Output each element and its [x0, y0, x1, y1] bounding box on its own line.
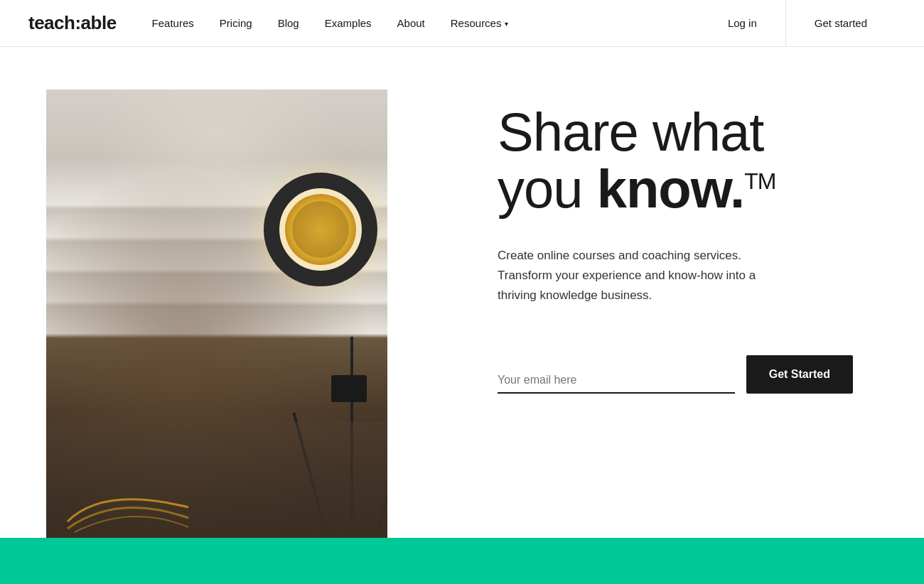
logo[interactable]: teach:able	[28, 12, 117, 34]
nav-resources-dropdown[interactable]: Resources ▾	[451, 17, 509, 29]
email-input[interactable]	[498, 374, 735, 386]
headline-line1: Share what	[498, 102, 763, 162]
nav-blog[interactable]: Blog	[278, 17, 299, 29]
nav-right: Log in Get started	[699, 0, 896, 47]
nav-get-started-button[interactable]: Get started	[786, 17, 896, 29]
hero-photo-background	[46, 90, 387, 550]
green-accent-bar	[0, 538, 924, 584]
camera	[331, 375, 367, 402]
floor-mat	[46, 422, 387, 550]
nav-about[interactable]: About	[397, 17, 425, 29]
get-started-button[interactable]: Get Started	[746, 355, 853, 394]
hero-image-container	[46, 90, 469, 584]
nav-pricing[interactable]: Pricing	[220, 17, 252, 29]
nav-features[interactable]: Features	[152, 17, 194, 29]
hero-form: Get Started	[498, 355, 853, 394]
ring-light-inner	[292, 201, 349, 258]
login-button[interactable]: Log in	[699, 17, 785, 29]
hero-description: Create online courses and coaching servi…	[498, 246, 796, 305]
hero-content: Share what you know.TM Create online cou…	[469, 47, 924, 584]
headline-line2-normal: you	[498, 158, 597, 219]
headline-tm: TM	[744, 168, 775, 193]
chevron-down-icon: ▾	[505, 20, 508, 28]
email-input-wrapper	[498, 374, 735, 394]
nav-links: Features Pricing Blog Examples About Res…	[152, 17, 699, 29]
hero-section: Share what you know.TM Create online cou…	[0, 47, 924, 584]
hero-headline: Share what you know.TM	[498, 104, 881, 217]
nav-examples[interactable]: Examples	[325, 17, 372, 29]
mat-lines	[60, 465, 203, 536]
navbar: teach:able Features Pricing Blog Example…	[0, 0, 924, 47]
nav-resources-label: Resources	[451, 17, 502, 29]
headline-line2-bold: know.	[597, 158, 745, 219]
ring-light	[264, 173, 377, 286]
hero-image	[46, 90, 387, 550]
